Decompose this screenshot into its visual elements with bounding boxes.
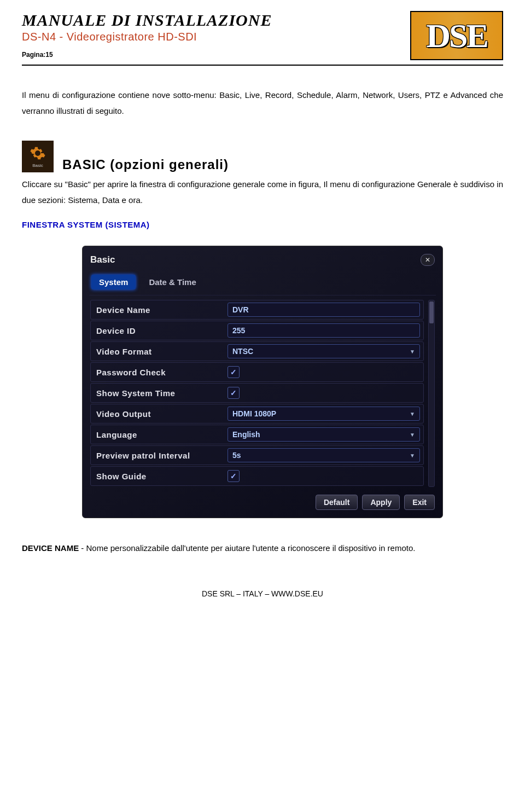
text-field[interactable]: DVR <box>228 303 420 317</box>
basic-panel: Basic ✕ System Date & Time Device NameDV… <box>82 246 443 518</box>
panel-title: Basic <box>90 254 115 265</box>
basic-menu-icon: Basic <box>22 141 54 172</box>
chevron-down-icon: ▼ <box>410 453 415 459</box>
tab-date-time[interactable]: Date & Time <box>141 275 203 289</box>
section-paragraph: Cliccare su "Basic" per aprire la finest… <box>22 177 503 208</box>
row-label: Device Name <box>91 305 228 315</box>
checkbox[interactable]: ✓ <box>228 470 240 482</box>
row-label: Show System Time <box>91 388 228 398</box>
text-field[interactable]: 255 <box>228 323 420 338</box>
row-label: Language <box>91 430 228 439</box>
intro-paragraph: Il menu di configurazione contiene nove … <box>22 88 503 119</box>
dse-logo: DSE <box>410 11 503 60</box>
field-value: 255 <box>232 326 245 335</box>
close-icon: ✕ <box>425 256 430 264</box>
tab-system[interactable]: System <box>91 275 136 289</box>
chevron-down-icon: ▼ <box>410 432 415 438</box>
row-label: Preview patrol Interval <box>91 451 228 460</box>
select-field[interactable]: HDMI 1080P▼ <box>228 407 420 421</box>
row-label: Device ID <box>91 326 228 335</box>
field-value: DVR <box>232 305 249 314</box>
page-number: Pagina:15 <box>22 51 410 59</box>
field-value: NTSC <box>232 347 253 356</box>
header-divider <box>22 65 503 66</box>
doc-title: MANUALE DI INSTALLAZIONE <box>22 11 410 30</box>
settings-row: Video OutputHDMI 1080P▼ <box>90 404 424 424</box>
row-label: Video Output <box>91 409 228 419</box>
apply-button[interactable]: Apply <box>362 495 400 510</box>
settings-row: Device NameDVR <box>90 300 424 320</box>
settings-row: Password Check✓ <box>90 362 424 382</box>
select-field[interactable]: 5s▼ <box>228 448 420 462</box>
settings-row: LanguageEnglish▼ <box>90 425 424 444</box>
default-button[interactable]: Default <box>316 495 358 510</box>
panel-tabs: System Date & Time <box>89 271 436 295</box>
checkbox[interactable]: ✓ <box>228 366 240 378</box>
device-name-paragraph: DEVICE NAME - Nome personalizzabile dall… <box>22 540 503 556</box>
gear-icon <box>30 145 46 161</box>
page-header: MANUALE DI INSTALLAZIONE DS-N4 - Videore… <box>22 11 503 60</box>
settings-row: Preview patrol Interval5s▼ <box>90 445 424 465</box>
section-heading: BASIC (opzioni generali) <box>62 157 229 172</box>
exit-button[interactable]: Exit <box>404 495 435 510</box>
field-value: HDMI 1080P <box>232 409 276 418</box>
row-label: Video Format <box>91 347 228 356</box>
close-button[interactable]: ✕ <box>421 254 435 266</box>
field-value: English <box>232 430 260 439</box>
row-label: Password Check <box>91 368 228 377</box>
chevron-down-icon: ▼ <box>410 411 415 417</box>
row-label: Show Guide <box>91 472 228 481</box>
panel-scrollbar[interactable] <box>428 300 435 487</box>
settings-row: Show Guide✓ <box>90 466 424 486</box>
subheading-system: FINESTRA SYSTEM (SISTEMA) <box>22 220 503 229</box>
page-footer: DSE SRL – ITALY – WWW.DSE.EU <box>22 589 503 598</box>
settings-row: Device ID255 <box>90 321 424 340</box>
settings-row: Show System Time✓ <box>90 383 424 403</box>
chevron-down-icon: ▼ <box>410 349 415 355</box>
field-value: 5s <box>232 451 241 460</box>
settings-row: Video FormatNTSC▼ <box>90 341 424 361</box>
select-field[interactable]: English▼ <box>228 427 420 442</box>
select-field[interactable]: NTSC▼ <box>228 344 420 358</box>
checkbox[interactable]: ✓ <box>228 387 240 399</box>
scrollbar-thumb[interactable] <box>429 301 434 323</box>
doc-subtitle: DS-N4 - Videoregistratore HD-SDI <box>22 31 410 43</box>
